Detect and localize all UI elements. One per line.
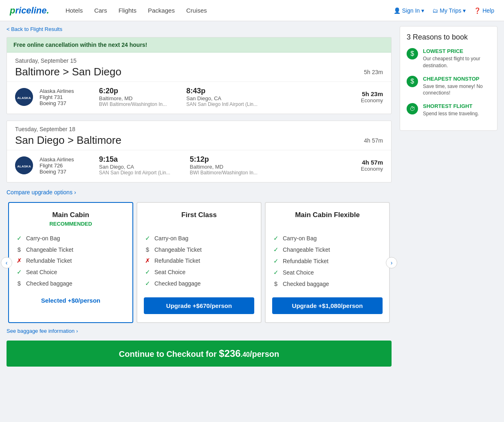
dollar-icon: $ <box>144 246 151 253</box>
cross-icon: ✗ <box>144 257 151 264</box>
check-icon: ✓ <box>15 268 23 276</box>
check-icon: ✓ <box>272 257 280 265</box>
lowest-price-icon: $ <box>407 48 418 59</box>
nav-links: Hotels Cars Flights Packages Cruises <box>66 7 394 14</box>
return-flight-meta: 4h 57m Economy <box>361 159 383 172</box>
outbound-duration: 5h 23m <box>364 69 383 75</box>
back-to-results-link[interactable]: < Back to Flight Results <box>7 26 392 32</box>
feature-refundable: ✗ Refundable Ticket <box>144 255 254 266</box>
cheapest-nonstop-icon: $ <box>407 76 418 87</box>
outbound-depart: 6:20p Baltimore, MD BWI Baltimore/Washin… <box>99 87 167 107</box>
my-trips-button[interactable]: 🗂 My Trips ▾ <box>432 7 466 14</box>
reasons-title: 3 Reasons to book <box>407 33 491 42</box>
return-route: San Diego > Baltimore <box>15 134 121 147</box>
reason-shortest-flight: ⏱ SHORTEST FLIGHT Spend less time travel… <box>407 103 491 117</box>
return-route-header: Tuesday, September 18 San Diego > Baltim… <box>7 121 391 150</box>
carousel-left-arrow[interactable]: ‹ <box>1 257 12 268</box>
reasons-box: 3 Reasons to book $ LOWEST PRICE Our che… <box>400 26 497 131</box>
return-flight-detail: ALASKA Alaska Airlines Flight 726 Boeing… <box>7 150 391 182</box>
flexible-upgrade-button[interactable]: Upgrade +$1,080/person <box>272 297 383 314</box>
main-content: < Back to Flight Results Free online can… <box>7 26 392 367</box>
sign-in-button[interactable]: 👤 Sign In ▾ <box>394 7 425 14</box>
flexible-features: ✓ Carry-on Bag ✓ Changeable Ticket ✓ Ref… <box>272 233 383 289</box>
check-icon: ✓ <box>144 235 151 242</box>
nav-cruises[interactable]: Cruises <box>186 7 207 14</box>
chevron-down-icon: ▾ <box>421 7 424 14</box>
feature-seat-choice: ✓ Seat Choice <box>144 266 254 278</box>
feature-carry-on: ✓ Carry-on Bag <box>144 233 254 244</box>
logo: priceline. <box>10 5 49 16</box>
reason-lowest-price: $ LOWEST PRICE Our cheapest flight to yo… <box>407 48 491 69</box>
feature-changeable: $ Changeable Ticket <box>144 244 254 255</box>
shortest-flight-icon: ⏱ <box>407 103 418 114</box>
recommended-label: RECOMMENDED <box>15 221 126 227</box>
sidebar: 3 Reasons to book $ LOWEST PRICE Our che… <box>400 26 497 367</box>
upgrade-card-first-class[interactable]: First Class ✓ Carry-on Bag $ Changeable … <box>136 202 262 323</box>
feature-changeable: $ Changeable Ticket <box>15 244 126 255</box>
first-class-recommended <box>144 221 254 227</box>
return-flight-section: Tuesday, September 18 San Diego > Baltim… <box>7 121 392 182</box>
main-cabin-action: Selected +$0/person <box>15 297 126 304</box>
check-icon: ✓ <box>144 268 151 276</box>
upgrade-section: Main Cabin RECOMMENDED ✓ Carry-on Bag $ … <box>7 202 392 323</box>
help-icon: ❓ <box>474 7 481 14</box>
feature-carry-on: ✓ Carry-on Bag <box>15 233 126 244</box>
return-flight-times: 9:15a San Diego, CA SAN San Diego Intl A… <box>99 155 354 176</box>
return-date: Tuesday, September 18 <box>15 126 383 132</box>
first-class-features: ✓ Carry-on Bag $ Changeable Ticket ✗ Ref… <box>144 233 254 289</box>
upgrade-card-main-cabin[interactable]: Main Cabin RECOMMENDED ✓ Carry-on Bag $ … <box>8 202 133 323</box>
feature-carry-on: ✓ Carry-on Bag <box>272 233 383 244</box>
chevron-down-icon: ▾ <box>463 7 466 14</box>
outbound-airline-info: Alaska Airlines Flight 731 Boeing 737 <box>40 88 92 106</box>
check-icon: ✓ <box>272 269 280 276</box>
baggage-fee-link[interactable]: See baggage fee information › <box>7 328 392 334</box>
compare-upgrade-link[interactable]: Compare upgrade options › <box>7 189 392 196</box>
feature-seat-choice: ✓ Seat Choice <box>15 266 126 278</box>
nav-actions: 👤 Sign In ▾ 🗂 My Trips ▾ ❓ Help <box>394 7 494 14</box>
chevron-right-icon: › <box>74 189 76 196</box>
outbound-flight-section: Free online cancellation within the next… <box>7 37 392 114</box>
outbound-airline-logo: ALASKA <box>15 88 33 106</box>
main-cabin-features: ✓ Carry-on Bag $ Changeable Ticket ✗ Ref… <box>15 233 126 289</box>
dollar-icon: $ <box>15 246 23 253</box>
flexible-action: Upgrade +$1,080/person <box>272 297 383 314</box>
feature-checked-bag: $ Checked baggage <box>272 278 383 289</box>
nav-packages[interactable]: Packages <box>148 7 175 14</box>
return-airline-info: Alaska Airlines Flight 726 Boeing 737 <box>40 156 92 175</box>
first-class-upgrade-button[interactable]: Upgrade +$670/person <box>144 297 254 314</box>
outbound-flight-times: 6:20p Baltimore, MD BWI Baltimore/Washin… <box>99 87 354 107</box>
return-arrive: 5:12p Baltimore, MD BWI Baltimore/Washin… <box>190 155 258 176</box>
nav-cars[interactable]: Cars <box>94 7 107 14</box>
carousel-right-arrow[interactable]: › <box>386 257 397 268</box>
navigation: priceline. Hotels Cars Flights Packages … <box>0 0 504 21</box>
upgrade-card-flexible[interactable]: Main Cabin Flexible ✓ Carry-on Bag ✓ Cha… <box>265 202 390 323</box>
outbound-route: Baltimore > San Diego <box>15 66 121 78</box>
feature-changeable: ✓ Changeable Ticket <box>272 244 383 255</box>
outbound-date: Saturday, September 15 <box>15 57 383 64</box>
check-icon: ✓ <box>272 235 280 242</box>
dollar-icon: $ <box>272 280 280 287</box>
feature-seat-choice: ✓ Seat Choice <box>272 267 383 278</box>
reason-cheapest-nonstop: $ CHEAPEST NONSTOP Save time, save money… <box>407 76 491 97</box>
return-airline-logo: ALASKA <box>15 156 33 174</box>
feature-checked-bag: ✓ Checked baggage <box>144 278 254 289</box>
cross-icon: ✗ <box>15 257 23 264</box>
flexible-recommended <box>272 221 383 227</box>
outbound-route-header: Saturday, September 15 Baltimore > San D… <box>7 53 391 81</box>
feature-checked-bag: $ Checked baggage <box>15 278 126 289</box>
upgrade-cards-container: ‹ Main Cabin RECOMMENDED ✓ Carry-on Bag … <box>7 202 392 323</box>
flexible-title: Main Cabin Flexible <box>272 211 383 219</box>
svg-text:ALASKA: ALASKA <box>17 165 31 168</box>
dollar-icon: $ <box>15 280 23 287</box>
checkout-button[interactable]: Continue to Checkout for $236.40/person <box>7 341 392 367</box>
nav-hotels[interactable]: Hotels <box>66 7 83 14</box>
return-depart: 9:15a San Diego, CA SAN San Diego Intl A… <box>99 155 170 176</box>
nav-flights[interactable]: Flights <box>119 7 136 14</box>
chevron-right-icon: › <box>76 328 78 334</box>
briefcase-icon: 🗂 <box>432 7 438 14</box>
check-icon: ✓ <box>15 235 23 242</box>
check-icon: ✓ <box>272 246 280 253</box>
help-button[interactable]: ❓ Help <box>474 7 494 14</box>
check-icon: ✓ <box>144 280 151 287</box>
outbound-arrive: 8:43p San Diego, CA SAN San Diego Intl A… <box>186 87 258 107</box>
